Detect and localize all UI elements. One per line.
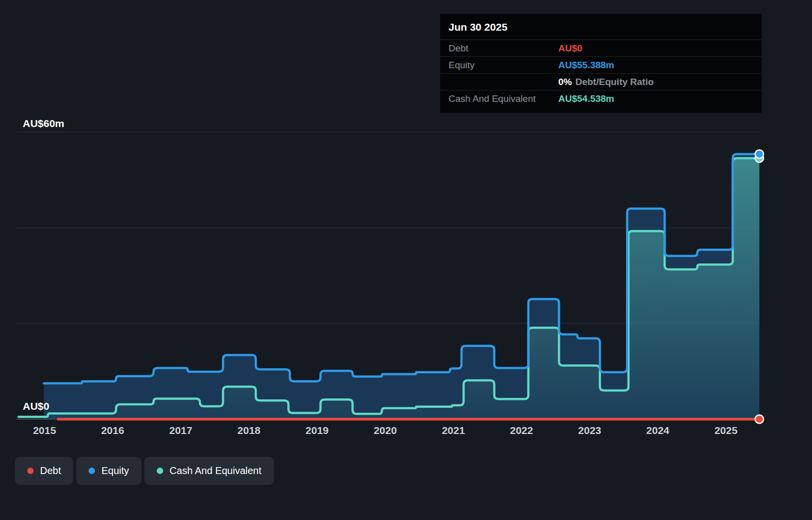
cash-legend-dot-icon — [157, 468, 163, 474]
legend-item-cash[interactable]: Cash And Equivalent — [144, 457, 274, 485]
tooltip-row-cash: Cash And Equivalent AU$54.538m — [440, 90, 762, 107]
tooltip-debt-label: Debt — [449, 43, 558, 54]
x-axis-label: 2022 — [510, 425, 533, 436]
legend-debt-label: Debt — [40, 465, 61, 477]
debt-equity-chart-page: 2015201620172018201920202021202220232024… — [0, 0, 812, 520]
tooltip-row-equity: Equity AU$55.388m — [440, 57, 762, 74]
tooltip-equity-label: Equity — [449, 60, 558, 71]
x-axis-label: 2017 — [169, 425, 192, 436]
x-axis-label: 2023 — [578, 425, 601, 436]
debt-legend-dot-icon — [27, 468, 34, 474]
y-axis-label-zero: AU$0 — [23, 400, 49, 412]
x-axis-label: 2016 — [101, 425, 124, 436]
x-axis-label: 2015 — [33, 425, 56, 436]
tooltip-date: Jun 30 2025 — [440, 14, 762, 40]
equity-legend-dot-icon — [89, 468, 95, 474]
legend-cash-label: Cash And Equivalent — [170, 465, 262, 477]
legend-equity-label: Equity — [101, 465, 129, 477]
x-axis-label: 2019 — [306, 425, 329, 436]
tooltip-debt-value: AU$0 — [558, 43, 583, 54]
y-axis-label-top: AU$60m — [23, 118, 64, 130]
legend-item-equity[interactable]: Equity — [76, 457, 141, 485]
tooltip-ratio-value: 0%Debt/Equity Ratio — [558, 77, 654, 87]
tooltip-row-ratio: 0%Debt/Equity Ratio — [440, 74, 762, 90]
tooltip-cash-label: Cash And Equivalent — [449, 93, 558, 104]
x-axis-label: 2021 — [442, 425, 465, 436]
tooltip-equity-value: AU$55.388m — [558, 60, 614, 71]
tooltip-cash-value: AU$54.538m — [558, 93, 614, 104]
tooltip-row-debt: Debt AU$0 — [440, 40, 762, 57]
x-axis-label: 2025 — [715, 425, 738, 436]
x-axis-label: 2020 — [374, 425, 397, 436]
x-axis-label: 2024 — [646, 425, 670, 436]
ratio-label: Debt/Equity Ratio — [575, 77, 653, 87]
ratio-percentage: 0% — [558, 77, 572, 87]
debt-endpoint-dot — [755, 415, 764, 424]
x-axis-label: 2018 — [237, 425, 261, 436]
equity-endpoint-dot — [755, 150, 764, 158]
chart-legend: Debt Equity Cash And Equivalent — [15, 457, 274, 485]
chart-tooltip: Jun 30 2025 Debt AU$0 Equity AU$55.388m … — [440, 14, 762, 113]
legend-item-debt[interactable]: Debt — [15, 457, 73, 485]
